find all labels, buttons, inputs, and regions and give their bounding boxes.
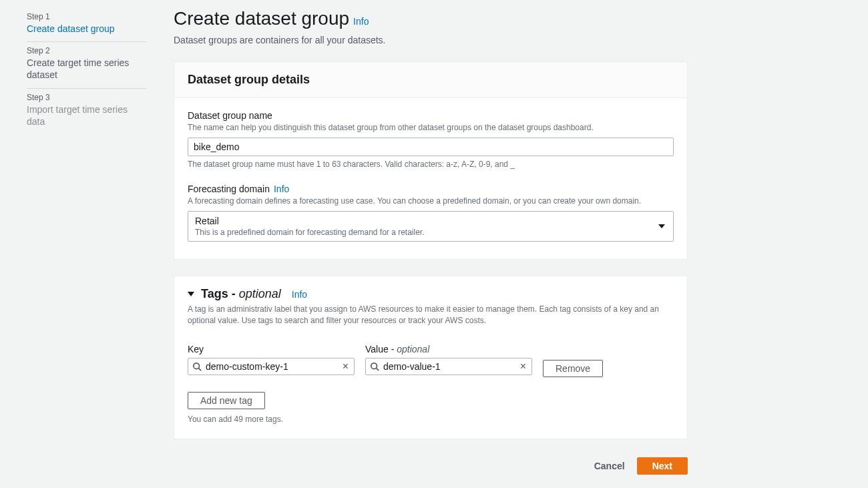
disclosure-triangle-icon (188, 292, 194, 296)
tags-panel-header[interactable]: Tags - optional Info (174, 276, 687, 304)
domain-label: Forecasting domain (188, 184, 270, 194)
svg-line-2 (199, 368, 202, 371)
svg-line-4 (377, 368, 379, 371)
add-new-tag-button[interactable]: Add new tag (188, 392, 265, 409)
panel-title: Dataset group details (188, 73, 674, 87)
svg-point-1 (194, 362, 200, 369)
tags-panel: Tags - optional Info A tag is an adminis… (174, 276, 688, 439)
info-link-tags[interactable]: Info (292, 289, 307, 300)
tags-title-optional: optional (239, 287, 281, 300)
tag-value-label: Value - (365, 344, 394, 354)
page-description: Dataset groups are containers for all yo… (174, 35, 688, 45)
wizard-step-3: Step 3 Import target time series data (27, 89, 147, 134)
dataset-group-details-panel: Dataset group details Dataset group name… (174, 61, 688, 260)
main-content: Create dataset group Info Dataset groups… (174, 8, 688, 480)
name-constraint: The dataset group name must have 1 to 63… (188, 160, 674, 169)
domain-select-sub: This is a predefined domain for forecast… (195, 228, 653, 237)
forecasting-domain-select[interactable]: Retail This is a predefined domain for f… (188, 211, 674, 242)
remove-tag-button[interactable]: Remove (543, 360, 603, 377)
name-help: The name can help you distinguish this d… (188, 123, 674, 132)
name-label: Dataset group name (188, 110, 674, 121)
page-title: Create dataset group (174, 8, 349, 29)
clear-value-icon[interactable]: × (519, 361, 527, 372)
tag-value-input-wrapper: × (365, 358, 532, 375)
search-icon (370, 362, 379, 371)
tag-value-optional: optional (397, 344, 429, 354)
wizard-actions: Cancel Next (174, 457, 688, 475)
wizard-nav: Step 1 Create dataset group Step 2 Creat… (27, 8, 147, 480)
wizard-step-1[interactable]: Step 1 Create dataset group (27, 8, 147, 42)
wizard-step-label: Step 2 (27, 46, 147, 55)
search-icon (192, 362, 202, 371)
domain-help: A forecasting domain defines a forecasti… (188, 196, 674, 206)
caret-down-icon (658, 221, 665, 232)
tag-value-input[interactable] (383, 361, 519, 372)
domain-select-value: Retail (195, 216, 653, 226)
info-link-domain[interactable]: Info (274, 184, 289, 194)
wizard-step-title: Create dataset group (27, 23, 147, 35)
panel-header: Dataset group details (174, 62, 687, 98)
dataset-group-name-input[interactable] (188, 138, 674, 156)
tag-limit-text: You can add 49 more tags. (188, 415, 674, 424)
tags-description: A tag is an administrativ label that you… (174, 304, 687, 336)
wizard-step-label: Step 3 (27, 93, 147, 102)
tags-title: Tags - (201, 287, 236, 300)
wizard-step-title: Create target time series dataset (27, 57, 147, 81)
tag-row: Key × Value - optional (188, 344, 674, 377)
wizard-step-title: Import target time series data (27, 103, 147, 128)
svg-point-3 (371, 362, 377, 369)
tag-key-label: Key (188, 344, 355, 354)
field-dataset-group-name: Dataset group name The name can help you… (188, 110, 674, 169)
tag-key-input-wrapper: × (188, 358, 355, 375)
wizard-step-2: Step 2 Create target time series dataset (27, 42, 147, 88)
next-button[interactable]: Next (637, 457, 688, 475)
clear-key-icon[interactable]: × (341, 361, 350, 372)
tag-key-input[interactable] (206, 361, 341, 372)
field-forecasting-domain: Forecasting domain Info A forecasting do… (188, 184, 674, 242)
svg-marker-0 (658, 224, 665, 228)
info-link-header[interactable]: Info (353, 16, 369, 27)
wizard-step-label: Step 1 (27, 12, 147, 21)
cancel-button[interactable]: Cancel (592, 457, 628, 475)
